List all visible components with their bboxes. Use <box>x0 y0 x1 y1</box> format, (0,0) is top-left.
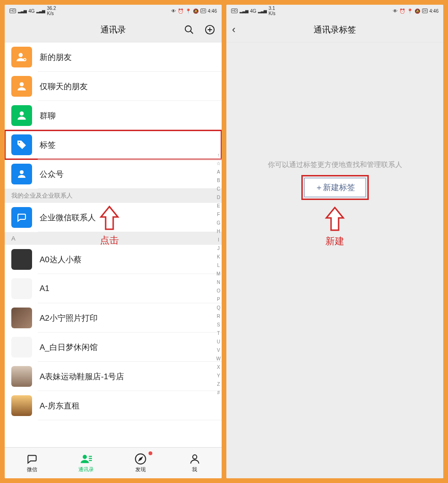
search-icon[interactable] <box>183 24 195 36</box>
row-label: 新的朋友 <box>40 52 72 63</box>
row-label: 仅聊天的朋友 <box>40 81 88 92</box>
page-title: 通讯录 <box>100 24 126 35</box>
hd-badge: HD <box>231 8 238 13</box>
menu-tags[interactable]: 标签 <box>5 130 222 159</box>
menu-group-chats[interactable]: 群聊 <box>5 101 222 130</box>
tab-contacts[interactable]: 通讯录 <box>59 448 113 478</box>
tab-me[interactable]: 我 <box>167 448 222 478</box>
tab-wechat[interactable]: 微信 <box>5 448 59 478</box>
clock-label: 4:46 <box>430 8 439 14</box>
avatar <box>11 278 32 299</box>
contact-row[interactable]: A1 <box>5 274 222 303</box>
tab-label: 通讯录 <box>78 466 94 473</box>
signal-icon: ▂▃▅ <box>240 8 248 13</box>
tab-label: 微信 <box>27 466 37 473</box>
navbar: 通讯录 <box>5 17 222 42</box>
svg-point-10 <box>20 111 24 116</box>
tag-icon <box>11 134 32 155</box>
chat-person-icon <box>11 76 32 97</box>
menu-enterprise-contacts[interactable]: 企业微信联系人 <box>5 203 222 232</box>
contact-row[interactable]: A表妹运动鞋服店-1号店 <box>5 362 222 391</box>
hd-badge: HD <box>9 8 16 13</box>
contact-row[interactable]: A_白日梦休闲馆 <box>5 333 222 362</box>
phone-right: HD ▂▃▅ 4G ▂▃▅ 3.1K/s 👁 ⏰ 📍 🔕 24 4:46 ‹ 通… <box>226 5 443 478</box>
row-label: 群聊 <box>40 110 56 121</box>
svg-point-13 <box>83 455 87 459</box>
signal-icon: ▂▃▅ <box>18 8 26 13</box>
menu-new-friends[interactable]: 新的朋友 <box>5 42 222 72</box>
contact-name: A2小宁照片打印 <box>40 313 98 324</box>
row-label: 标签 <box>40 140 56 150</box>
svg-point-9 <box>20 82 24 86</box>
section-a: A <box>5 232 222 245</box>
alarm-icon: ⏰ <box>178 8 183 14</box>
location-icon: 📍 <box>185 8 191 14</box>
eye-icon: 👁 <box>393 8 398 14</box>
person-add-icon <box>11 47 32 67</box>
svg-rect-14 <box>89 456 92 457</box>
svg-point-11 <box>19 142 20 143</box>
tab-label: 我 <box>192 466 197 473</box>
notification-dot <box>149 451 152 455</box>
svg-rect-16 <box>89 460 92 461</box>
person-icon <box>189 453 201 465</box>
svg-point-5 <box>19 53 23 57</box>
section-enterprise: 我的企业及企业联系人 <box>5 189 222 203</box>
navbar: ‹ 通讯录标签 <box>226 17 443 42</box>
clock-label: 4:46 <box>208 8 217 14</box>
tab-bar: 微信 通讯录 发现 我 <box>5 447 222 478</box>
avatar <box>11 366 32 387</box>
new-tag-button[interactable]: ＋新建标签 <box>304 178 366 197</box>
alarm-icon: ⏰ <box>399 8 405 14</box>
annotation-arrow: 新建 <box>324 207 345 248</box>
status-bar: HD ▂▃▅ 4G ▂▃▅ 36.2K/s 👁 ⏰ 📍 🔕 24 4:46 <box>5 5 222 17</box>
contact-row[interactable]: A2小宁照片打印 <box>5 303 222 333</box>
eye-icon: 👁 <box>171 8 176 14</box>
speed-label: 36.2K/s <box>47 6 56 16</box>
network-label: 4G <box>28 8 34 14</box>
add-icon[interactable] <box>204 24 216 36</box>
contact-name: A1 <box>40 284 50 293</box>
menu-chat-only-friends[interactable]: 仅聊天的朋友 <box>5 72 222 101</box>
contact-name: A0达人小蔡 <box>40 254 82 265</box>
location-icon: 📍 <box>407 8 413 14</box>
contact-row[interactable]: A-房东直租 <box>5 391 222 420</box>
svg-point-19 <box>192 455 197 459</box>
official-icon <box>11 164 32 184</box>
signal-icon-2: ▂▃▅ <box>36 8 45 13</box>
tab-discover[interactable]: 发现 <box>113 448 167 478</box>
back-icon[interactable]: ‹ <box>232 24 235 36</box>
row-label: 公众号 <box>40 169 64 180</box>
mute-icon: 🔕 <box>415 8 420 14</box>
svg-point-12 <box>20 170 24 174</box>
compass-icon <box>134 453 147 465</box>
contact-row[interactable]: A0达人小蔡 <box>5 245 222 274</box>
svg-line-1 <box>191 31 193 33</box>
tab-label: 发现 <box>135 466 146 473</box>
network-label: 4G <box>250 8 256 14</box>
speed-label: 3.1K/s <box>268 6 275 16</box>
contacts-icon <box>80 453 92 465</box>
contact-name: A_白日梦休闲馆 <box>40 342 98 353</box>
signal-icon-2: ▂▃▅ <box>258 8 266 13</box>
alpha-index[interactable]: ↑☆ AB CD EF GH IJ KL MN OP QR ST UV WX Y… <box>216 151 221 397</box>
status-bar: HD ▂▃▅ 4G ▂▃▅ 3.1K/s 👁 ⏰ 📍 🔕 24 4:46 <box>226 5 443 17</box>
contact-name: A表妹运动鞋服店-1号店 <box>40 371 124 382</box>
group-icon <box>11 105 32 126</box>
svg-point-0 <box>185 25 191 32</box>
avatar <box>11 308 32 328</box>
avatar <box>11 337 32 358</box>
avatar <box>11 249 32 270</box>
avatar <box>11 395 32 416</box>
svg-rect-15 <box>89 458 92 459</box>
page-title: 通讯录标签 <box>314 24 356 35</box>
row-label: 企业微信联系人 <box>40 212 96 223</box>
battery-badge: 24 <box>200 8 206 13</box>
contact-name: A-房东直租 <box>40 400 80 411</box>
mute-icon: 🔕 <box>193 8 199 14</box>
battery-badge: 24 <box>422 8 428 13</box>
phone-left: HD ▂▃▅ 4G ▂▃▅ 36.2K/s 👁 ⏰ 📍 🔕 24 4:46 通讯… <box>5 5 222 478</box>
enterprise-chat-icon <box>11 207 32 228</box>
menu-official-accounts[interactable]: 公众号 <box>5 159 222 189</box>
tip-text: 你可以通过标签更方便地查找和管理联系人 <box>268 160 402 169</box>
